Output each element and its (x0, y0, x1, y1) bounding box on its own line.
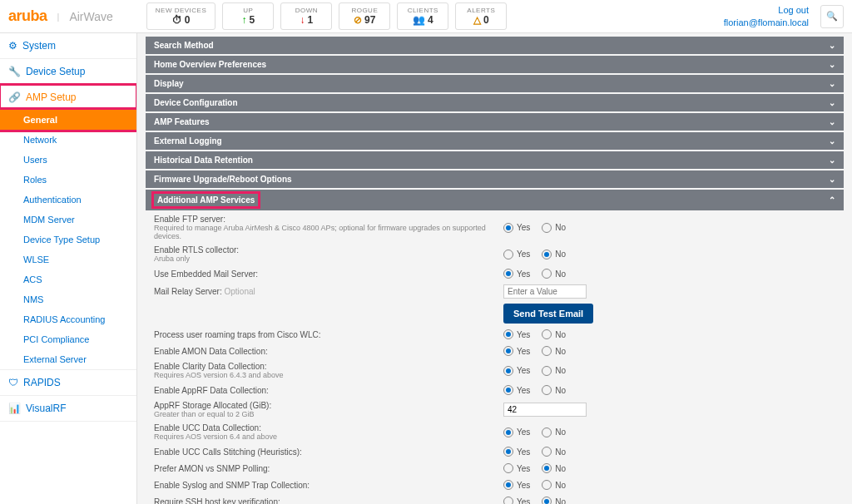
radio-no[interactable] (542, 366, 552, 376)
field-label: Enable UCC Calls Stitching (Heuristics): (154, 447, 503, 457)
radio-no[interactable] (542, 329, 552, 339)
radio-yes-label: Yes (517, 497, 530, 505)
accordion-home-overview-preferences[interactable]: Home Overview Preferences⌄ (146, 56, 844, 73)
radio-yes-label: Yes (517, 464, 530, 473)
send-test-email-button[interactable]: Send Test Email (503, 304, 593, 324)
radio-no[interactable] (542, 427, 552, 437)
subnav-external-server[interactable]: External Server (0, 349, 136, 369)
radio-yes[interactable] (503, 447, 513, 457)
field-label: Require SSH host key verification: (154, 497, 503, 505)
stat-label: DOWN (295, 7, 318, 14)
subnav-users[interactable]: Users (0, 150, 136, 170)
stat-clients[interactable]: CLIENTS👥4 (397, 2, 448, 30)
accordion-search-method[interactable]: Search Method⌄ (146, 37, 844, 54)
subnav-device-type-setup[interactable]: Device Type Setup (0, 230, 136, 250)
row-mail-relay: Mail Relay Server: Optional (146, 282, 844, 301)
radio-yes-label: Yes (517, 481, 530, 490)
radio-no[interactable] (542, 346, 552, 356)
accordion-additional-amp-services[interactable]: Additional AMP Services ⌃ (146, 190, 844, 210)
radio-yes[interactable] (503, 329, 513, 339)
radio-no-label: No (555, 250, 566, 259)
nav-rapids[interactable]: 🛡RAPIDS (0, 370, 136, 395)
field-label: Enable AMON Data Collection: (154, 347, 503, 356)
accordion-device-configuration[interactable]: Device Configuration⌄ (146, 94, 844, 111)
subnav-mdm-server[interactable]: MDM Server (0, 210, 136, 230)
subnav-radius-accounting[interactable]: RADIUS Accounting (0, 309, 136, 329)
radio-no[interactable] (542, 223, 552, 233)
radio-no[interactable] (542, 497, 552, 504)
nav-visualrf[interactable]: 📊VisualRF (0, 396, 136, 421)
radio-yes[interactable] (503, 223, 513, 233)
nav-system[interactable]: ⚙System (0, 33, 136, 58)
stat-new-devices[interactable]: NEW DEVICES⏱0 (146, 2, 216, 30)
radio-yes[interactable] (503, 366, 513, 376)
accordion-title: Search Method (154, 41, 214, 50)
radio-no[interactable] (542, 447, 552, 457)
radio-no-label: No (555, 269, 566, 279)
form-row: Process user roaming traps from Cisco WL… (146, 326, 844, 343)
radio-yes-label: Yes (517, 347, 530, 356)
stat-up[interactable]: UP↑5 (222, 2, 274, 30)
accordion-firmware-upgrade-reboot-options[interactable]: Firmware Upgrade/Reboot Options⌄ (146, 170, 844, 188)
subnav-general[interactable]: General (0, 110, 136, 130)
radio-yes-label: Yes (517, 223, 530, 232)
radio-yes[interactable] (503, 497, 513, 504)
radio-no[interactable] (542, 250, 552, 259)
radio-yes[interactable] (503, 385, 513, 395)
subnav-nms[interactable]: NMS (0, 289, 136, 309)
sidebar: ⚙System🔧Device Setup🔗AMP SetupGeneralNet… (0, 33, 137, 504)
form-row: Enable AppRF Data Collection:YesNo (146, 382, 844, 398)
accordion-historical-data-retention[interactable]: Historical Data Retention⌄ (146, 151, 844, 169)
radio-no[interactable] (542, 269, 552, 279)
search-button[interactable]: 🔍 (820, 5, 844, 28)
logout-link[interactable]: Log out (724, 4, 809, 16)
radio-yes[interactable] (503, 463, 513, 473)
accordion-title: Firmware Upgrade/Reboot Options (154, 175, 292, 184)
stat-down[interactable]: DOWN↓1 (280, 2, 332, 30)
accordion-amp-features[interactable]: AMP Features⌄ (146, 113, 844, 131)
chevron-up-icon: ⌃ (829, 195, 835, 205)
separator: | (57, 12, 60, 22)
accordion-title: Display (154, 79, 184, 88)
radio-no[interactable] (542, 463, 552, 473)
mail-relay-input[interactable] (503, 284, 587, 299)
subnav-roles[interactable]: Roles (0, 170, 136, 190)
stat-label: CLIENTS (408, 7, 438, 14)
radio-yes[interactable] (503, 269, 513, 279)
nav-device-setup[interactable]: 🔧Device Setup (0, 59, 136, 84)
field-hint: Requires AOS version 6.4 and above (154, 432, 503, 441)
stat-value: 1 (307, 14, 313, 26)
field-label: Use Embedded Mail Server: (154, 269, 503, 279)
radio-no[interactable] (542, 480, 552, 490)
stat-alerts[interactable]: ALERTS△0 (455, 2, 507, 30)
stat-icon: △ (473, 14, 481, 26)
subnav-authentication[interactable]: Authentication (0, 190, 136, 210)
radio-yes[interactable] (503, 250, 513, 259)
subnav-pci-compliance[interactable]: PCI Compliance (0, 329, 136, 349)
accordion-external-logging[interactable]: External Logging⌄ (146, 132, 844, 150)
stats-row: NEW DEVICES⏱0UP↑5DOWN↓1ROGUE⊘97CLIENTS👥4… (146, 2, 508, 30)
radio-yes-label: Yes (517, 386, 530, 395)
accordion-title: Historical Data Retention (154, 156, 253, 165)
radio-no-label: No (555, 481, 566, 490)
nav-amp-setup[interactable]: 🔗AMP Setup (0, 85, 136, 110)
radio-yes-label: Yes (517, 250, 530, 259)
stat-icon: ↑ (241, 14, 246, 26)
subnav-acs[interactable]: ACS (0, 269, 136, 289)
radio-yes[interactable] (503, 346, 513, 356)
radio-yes-label: Yes (517, 366, 530, 375)
accordion-display[interactable]: Display⌄ (146, 75, 844, 92)
form-row: Require SSH host key verification:YesNo (146, 493, 844, 504)
chevron-down-icon: ⌄ (829, 60, 835, 69)
field-label: Enable Syslog and SNMP Trap Collection: (154, 481, 503, 490)
radio-yes[interactable] (503, 427, 513, 437)
stat-label: ALERTS (467, 7, 495, 14)
chevron-down-icon: ⌄ (829, 79, 835, 88)
subnav-wlse[interactable]: WLSE (0, 250, 136, 269)
radio-yes[interactable] (503, 480, 513, 490)
stat-rogue[interactable]: ROGUE⊘97 (339, 2, 390, 30)
radio-no[interactable] (542, 385, 552, 395)
subnav-network[interactable]: Network (0, 130, 136, 150)
apprf-storage-input[interactable] (503, 403, 587, 417)
radio-yes-label: Yes (517, 427, 530, 437)
